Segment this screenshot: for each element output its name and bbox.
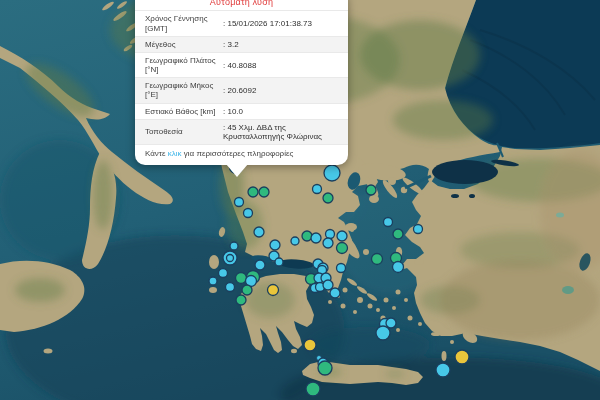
popup-row-value: 3.2 xyxy=(223,40,340,49)
popup-row-label: Γεωγραφικό Μήκος [°E] xyxy=(145,81,223,99)
quake-marker[interactable] xyxy=(209,277,217,285)
quake-marker[interactable] xyxy=(226,283,235,292)
popup-title: Αυτόματη λύση xyxy=(135,0,348,10)
quake-marker[interactable] xyxy=(291,237,299,245)
quake-marker[interactable] xyxy=(306,382,320,396)
quake-marker[interactable] xyxy=(302,231,312,241)
quake-marker[interactable] xyxy=(376,326,390,340)
popup-row-label: Γεωγραφικό Πλάτος [°N] xyxy=(145,56,223,74)
quake-marker[interactable] xyxy=(366,185,376,195)
popup-table: Χρόνος Γέννησης [GMT]15/01/2026 17:01:38… xyxy=(135,10,348,144)
land-malta xyxy=(44,349,53,354)
quake-marker[interactable] xyxy=(393,262,404,273)
quake-popup: Αυτόματη λύση Χρόνος Γέννησης [GMT]15/01… xyxy=(135,0,348,165)
quake-marker[interactable] xyxy=(414,225,423,234)
popup-row: Γεωγραφικό Μήκος [°E]20.6092 xyxy=(135,77,348,102)
quake-marker[interactable] xyxy=(393,229,403,239)
seismic-map-app: Αυτόματη λύση Χρόνος Γέννησης [GMT]15/01… xyxy=(0,0,600,400)
quake-marker[interactable] xyxy=(236,295,246,305)
quake-marker[interactable] xyxy=(330,288,340,298)
quake-marker[interactable] xyxy=(326,230,335,239)
quake-marker[interactable] xyxy=(242,285,252,295)
quake-marker[interactable] xyxy=(323,280,333,290)
quake-marker[interactable] xyxy=(324,165,340,181)
quake-marker[interactable] xyxy=(236,273,247,284)
quake-marker[interactable] xyxy=(304,339,316,351)
quake-marker[interactable] xyxy=(230,242,238,250)
popup-row-label: Χρόνος Γέννησης [GMT] xyxy=(145,14,223,32)
quake-marker[interactable] xyxy=(311,233,321,243)
quake-marker[interactable] xyxy=(313,185,322,194)
popup-row-label: Τοποθεσία xyxy=(145,127,223,136)
quake-marker[interactable] xyxy=(337,264,346,273)
quake-marker[interactable] xyxy=(386,318,396,328)
quake-marker[interactable] xyxy=(254,227,264,237)
popup-row-label: Εστιακό Βάθος [km] xyxy=(145,107,223,116)
quake-marker[interactable] xyxy=(323,238,333,248)
popup-row-value: 15/01/2026 17:01:38.73 xyxy=(223,19,340,28)
popup-row: Εστιακό Βάθος [km]10.0 xyxy=(135,103,348,119)
quake-marker[interactable] xyxy=(235,198,244,207)
quake-marker[interactable] xyxy=(244,209,253,218)
marmara-sea xyxy=(432,160,498,184)
quake-marker[interactable] xyxy=(337,231,347,241)
popup-row: Τοποθεσία45 Χλμ. ΔΒΔ της Κρυσταλλοπηγής … xyxy=(135,119,348,144)
popup-row-value: 20.6092 xyxy=(223,86,340,95)
quake-marker[interactable] xyxy=(219,269,228,278)
footer-text-suffix: για περισσότερες πληροφορίες xyxy=(182,149,294,158)
popup-row-label: Μέγεθος xyxy=(145,40,223,49)
quake-marker[interactable] xyxy=(268,285,279,296)
popup-row: Χρόνος Γέννησης [GMT]15/01/2026 17:01:38… xyxy=(135,10,348,35)
popup-row: Γεωγραφικό Πλάτος [°N]40.8088 xyxy=(135,52,348,77)
quake-marker[interactable] xyxy=(275,258,283,266)
quake-marker[interactable] xyxy=(318,361,332,375)
popup-row: Μέγεθος3.2 xyxy=(135,36,348,52)
quake-marker[interactable] xyxy=(270,240,280,250)
footer-text-prefix: Κάντε xyxy=(145,149,168,158)
quake-marker[interactable] xyxy=(255,260,265,270)
quake-marker[interactable] xyxy=(323,193,333,203)
popup-tail xyxy=(226,164,248,177)
popup-row-value: 45 Χλμ. ΔΒΔ της Κρυσταλλοπηγής Φλώρινας xyxy=(223,123,340,141)
quake-marker[interactable] xyxy=(337,243,348,254)
popup-row-value: 10.0 xyxy=(223,107,340,116)
popup-row-value: 40.8088 xyxy=(223,61,340,70)
quake-marker[interactable] xyxy=(227,255,234,262)
click-link[interactable]: κλικ xyxy=(168,149,182,158)
quake-marker[interactable] xyxy=(259,187,269,197)
quake-marker[interactable] xyxy=(372,254,383,265)
quake-marker[interactable] xyxy=(384,218,393,227)
quake-marker[interactable] xyxy=(436,363,450,377)
quake-marker[interactable] xyxy=(455,350,469,364)
quake-marker[interactable] xyxy=(248,187,258,197)
popup-footer: Κάντε κλικ για περισσότερες πληροφορίες xyxy=(135,144,348,165)
